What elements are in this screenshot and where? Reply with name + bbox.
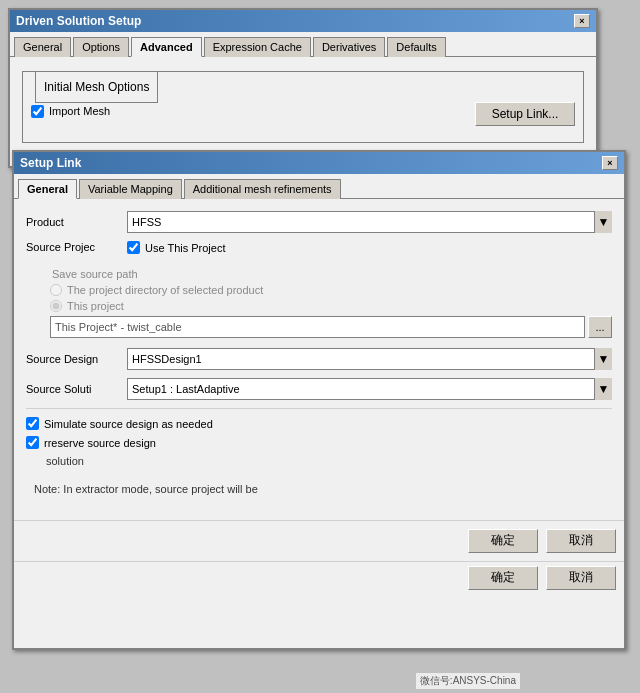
- source-project-options: Use This Project: [127, 241, 612, 260]
- radio-this-project-label: This project: [67, 300, 124, 312]
- radio-project-dir[interactable]: [50, 284, 62, 296]
- source-solution-combo-wrapper[interactable]: Setup1 : LastAdaptive ▼: [127, 378, 612, 400]
- cancel-button[interactable]: 取消: [546, 529, 616, 553]
- import-mesh-label: Import Mesh: [49, 105, 110, 117]
- preserve-source-checkbox-label[interactable]: rreserve source design: [26, 436, 612, 449]
- note-text: Note: In extractor mode, source project …: [26, 477, 612, 502]
- preserve-source-label: rreserve source design: [44, 437, 156, 449]
- tab-expression-cache-bg[interactable]: Expression Cache: [204, 37, 311, 57]
- source-design-combo-wrapper[interactable]: HFSSDesign1 ▼: [127, 348, 612, 370]
- save-source-path-label: Save source path: [50, 268, 612, 280]
- project-path-input[interactable]: [50, 316, 585, 338]
- bottom-confirm-button[interactable]: 确定: [468, 566, 538, 590]
- bg-title-bar: Driven Solution Setup ×: [10, 10, 596, 32]
- bg-window-title: Driven Solution Setup: [16, 14, 141, 28]
- import-mesh-checkbox-label[interactable]: Import Mesh: [31, 105, 110, 118]
- use-this-project-row[interactable]: Use This Project: [127, 241, 612, 254]
- fg-title-bar: Setup Link ×: [14, 152, 624, 174]
- simulate-source-label: Simulate source design as needed: [44, 418, 213, 430]
- fg-tab-bar: General Variable Mapping Additional mesh…: [14, 174, 624, 199]
- fg-window-title: Setup Link: [20, 156, 81, 170]
- source-project-row: Source Projec Use This Project: [26, 241, 612, 260]
- initial-mesh-legend: Initial Mesh Options: [35, 71, 158, 103]
- setup-link-window: Setup Link × General Variable Mapping Ad…: [12, 150, 626, 650]
- product-label: Product: [26, 216, 121, 228]
- simulate-source-row: Simulate source design as needed: [26, 417, 612, 430]
- source-design-row: Source Design HFSSDesign1 ▼: [26, 348, 612, 370]
- bg-content: Initial Mesh Options Import Mesh Setup L…: [10, 57, 596, 157]
- use-this-project-checkbox[interactable]: [127, 241, 140, 254]
- source-solution-label: Source Soluti: [26, 383, 121, 395]
- bottom-cancel-button[interactable]: 取消: [546, 566, 616, 590]
- watermark: 微信号:ANSYS-China: [416, 673, 520, 689]
- use-this-project-label: Use This Project: [145, 242, 226, 254]
- simulate-source-checkbox[interactable]: [26, 417, 39, 430]
- source-design-select[interactable]: HFSSDesign1: [127, 348, 612, 370]
- product-combo-wrapper[interactable]: HFSS ▼: [127, 211, 612, 233]
- tab-variable-mapping-fg[interactable]: Variable Mapping: [79, 179, 182, 199]
- preserve-source-checkbox[interactable]: [26, 436, 39, 449]
- bg-close-button[interactable]: ×: [574, 14, 590, 28]
- import-mesh-checkbox[interactable]: [31, 105, 44, 118]
- initial-mesh-group: Initial Mesh Options Import Mesh Setup L…: [22, 71, 584, 143]
- fg-close-button[interactable]: ×: [602, 156, 618, 170]
- source-solution-select[interactable]: Setup1 : LastAdaptive: [127, 378, 612, 400]
- bottom-bar: 确定 取消: [14, 561, 624, 594]
- tab-advanced-bg[interactable]: Advanced: [131, 37, 202, 57]
- source-project-label: Source Projec: [26, 241, 121, 253]
- source-solution-row: Source Soluti Setup1 : LastAdaptive ▼: [26, 378, 612, 400]
- tab-mesh-refinements-fg[interactable]: Additional mesh refinements: [184, 179, 341, 199]
- setup-link-button[interactable]: Setup Link...: [475, 102, 575, 126]
- import-mesh-row: Import Mesh Setup Link...: [31, 102, 575, 126]
- fg-footer: 确定 取消: [14, 520, 624, 561]
- tab-defaults-bg[interactable]: Defaults: [387, 37, 445, 57]
- bg-tab-bar: General Options Advanced Expression Cach…: [10, 32, 596, 57]
- fg-content: Product HFSS ▼ Source Projec Use This Pr…: [14, 199, 624, 514]
- tab-general-bg[interactable]: General: [14, 37, 71, 57]
- radio-project-dir-label: The project directory of selected produc…: [67, 284, 263, 296]
- radio-this-project-row[interactable]: This project: [50, 300, 612, 312]
- radio-this-project[interactable]: [50, 300, 62, 312]
- fg-title-buttons: ×: [602, 156, 618, 170]
- confirm-button[interactable]: 确定: [468, 529, 538, 553]
- tab-derivatives-bg[interactable]: Derivatives: [313, 37, 385, 57]
- product-select[interactable]: HFSS: [127, 211, 612, 233]
- radio-project-dir-row[interactable]: The project directory of selected produc…: [50, 284, 612, 296]
- tab-options-bg[interactable]: Options: [73, 37, 129, 57]
- bg-title-buttons: ×: [574, 14, 590, 28]
- simulate-source-checkbox-label[interactable]: Simulate source design as needed: [26, 417, 612, 430]
- driven-solution-setup-window: Driven Solution Setup × General Options …: [8, 8, 598, 168]
- separator1: [26, 408, 612, 409]
- tab-general-fg[interactable]: General: [18, 179, 77, 199]
- product-row: Product HFSS ▼: [26, 211, 612, 233]
- source-design-label: Source Design: [26, 353, 121, 365]
- save-source-path-section: Save source path The project directory o…: [26, 268, 612, 338]
- browse-button[interactable]: ...: [588, 316, 612, 338]
- preserve-source-sub: solution: [26, 455, 612, 467]
- project-path-row: ...: [50, 316, 612, 338]
- preserve-source-row: rreserve source design solution: [26, 436, 612, 467]
